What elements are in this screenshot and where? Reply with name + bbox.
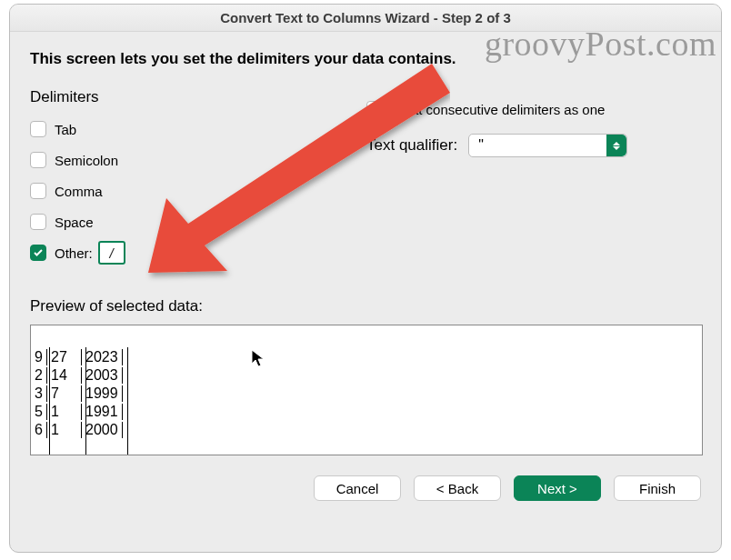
data-preview-pane: 92720232142003371999511991612000	[30, 325, 703, 455]
text-qualifier-select[interactable]: "	[468, 134, 627, 157]
text-qualifier-label: Text qualifier:	[366, 136, 457, 155]
other-label: Other:	[55, 245, 93, 261]
table-row: 371999	[33, 385, 123, 402]
instruction-text: This screen lets you set the delimiters …	[30, 50, 701, 68]
comma-checkbox[interactable]	[30, 183, 46, 199]
other-checkbox[interactable]	[30, 245, 46, 261]
table-row: 511991	[33, 404, 123, 420]
next-button[interactable]: Next >	[514, 475, 601, 501]
delimiters-group-label: Delimiters	[30, 88, 366, 106]
tab-label: Tab	[55, 122, 76, 137]
table-row: 612000	[33, 422, 123, 438]
text-qualifier-value: "	[469, 137, 606, 154]
wizard-dialog: Convert Text to Columns Wizard - Step 2 …	[9, 4, 722, 553]
treat-consecutive-label: Treat consecutive delimiters as one	[391, 102, 605, 117]
dialog-title: Convert Text to Columns Wizard - Step 2 …	[10, 5, 721, 32]
table-row: 9272023	[33, 349, 123, 365]
space-label: Space	[55, 215, 94, 230]
space-checkbox[interactable]	[30, 214, 46, 230]
semicolon-checkbox[interactable]	[30, 152, 46, 168]
table-row: 2142003	[33, 367, 123, 384]
cancel-button[interactable]: Cancel	[314, 475, 401, 501]
dropdown-stepper-icon	[606, 135, 626, 156]
finish-button[interactable]: Finish	[614, 475, 701, 501]
other-delimiter-input[interactable]	[98, 241, 125, 265]
back-button[interactable]: < Back	[414, 475, 501, 501]
preview-table: 92720232142003371999511991612000	[31, 347, 125, 440]
comma-label: Comma	[55, 184, 103, 199]
treat-consecutive-checkbox[interactable]	[366, 101, 383, 117]
preview-section-label: Preview of selected data:	[30, 297, 701, 315]
tab-checkbox[interactable]	[30, 121, 46, 137]
semicolon-label: Semicolon	[55, 153, 118, 168]
